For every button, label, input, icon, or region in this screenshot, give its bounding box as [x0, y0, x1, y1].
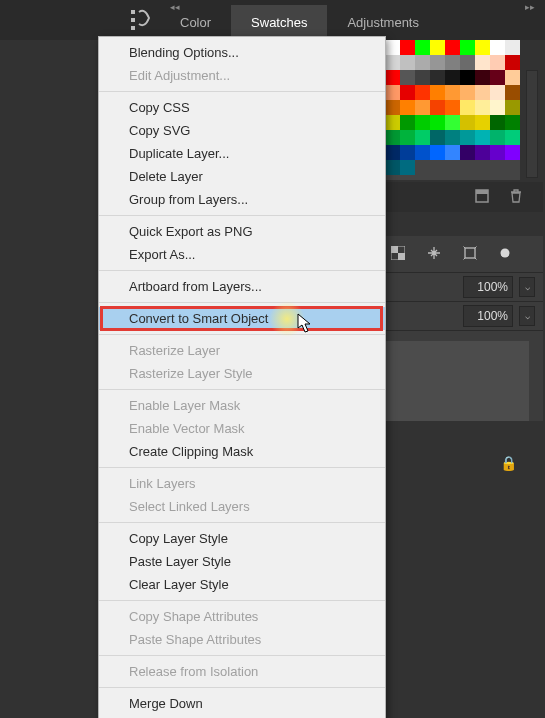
swatch[interactable] [505, 55, 520, 70]
menu-item[interactable]: Quick Export as PNG [99, 220, 385, 243]
swatch[interactable] [460, 145, 475, 160]
tab-swatches[interactable]: Swatches [231, 5, 327, 40]
swatch[interactable] [430, 55, 445, 70]
swatch[interactable] [385, 160, 400, 175]
swatch[interactable] [445, 40, 460, 55]
menu-item[interactable]: Convert to Smart Object [99, 307, 385, 330]
new-swatch-icon[interactable] [475, 189, 489, 206]
menu-item[interactable]: Merge Down [99, 692, 385, 715]
swatch[interactable] [460, 85, 475, 100]
lock-transparency-icon[interactable] [391, 246, 405, 263]
swatch[interactable] [430, 115, 445, 130]
swatch[interactable] [385, 145, 400, 160]
tab-adjustments[interactable]: Adjustments [327, 5, 439, 40]
swatch[interactable] [475, 130, 490, 145]
swatch[interactable] [490, 145, 505, 160]
swatch[interactable] [475, 100, 490, 115]
menu-item[interactable]: Group from Layers... [99, 188, 385, 211]
opacity-input[interactable] [463, 276, 513, 298]
swatch[interactable] [460, 115, 475, 130]
swatch[interactable] [385, 55, 400, 70]
lock-position-icon[interactable] [427, 246, 441, 263]
swatch[interactable] [415, 100, 430, 115]
swatch[interactable] [460, 100, 475, 115]
swatch[interactable] [505, 40, 520, 55]
swatch[interactable] [475, 85, 490, 100]
swatch[interactable] [385, 115, 400, 130]
swatch[interactable] [490, 55, 505, 70]
collapse-left-icon[interactable]: ◂◂ [170, 2, 180, 12]
swatch[interactable] [400, 130, 415, 145]
swatch[interactable] [505, 145, 520, 160]
swatch[interactable] [415, 70, 430, 85]
swatch[interactable] [430, 40, 445, 55]
swatch[interactable] [445, 145, 460, 160]
swatch[interactable] [475, 40, 490, 55]
collapse-right-icon[interactable]: ▸▸ [525, 2, 535, 12]
swatch[interactable] [400, 160, 415, 175]
swatch[interactable] [490, 115, 505, 130]
swatch[interactable] [460, 130, 475, 145]
swatches-scrollbar[interactable] [526, 70, 538, 178]
swatch[interactable] [460, 40, 475, 55]
swatch[interactable] [475, 145, 490, 160]
swatch[interactable] [445, 115, 460, 130]
swatch[interactable] [400, 100, 415, 115]
menu-item[interactable]: Export As... [99, 243, 385, 266]
swatch[interactable] [445, 85, 460, 100]
menu-item[interactable]: Blending Options... [99, 41, 385, 64]
swatch[interactable] [385, 70, 400, 85]
menu-item[interactable]: Copy Layer Style [99, 527, 385, 550]
swatch[interactable] [415, 115, 430, 130]
swatch[interactable] [430, 85, 445, 100]
swatch[interactable] [415, 130, 430, 145]
swatch[interactable] [505, 100, 520, 115]
swatch[interactable] [475, 55, 490, 70]
swatch[interactable] [400, 70, 415, 85]
swatch[interactable] [460, 55, 475, 70]
swatch[interactable] [505, 130, 520, 145]
menu-item[interactable]: Create Clipping Mask [99, 440, 385, 463]
swatch[interactable] [415, 40, 430, 55]
swatch[interactable] [415, 145, 430, 160]
swatch[interactable] [505, 70, 520, 85]
swatch[interactable] [385, 40, 400, 55]
swatch[interactable] [505, 85, 520, 100]
menu-item[interactable]: Paste Layer Style [99, 550, 385, 573]
menu-item[interactable]: Copy CSS [99, 96, 385, 119]
menu-item[interactable]: Clear Layer Style [99, 573, 385, 596]
swatch[interactable] [400, 115, 415, 130]
swatch[interactable] [490, 100, 505, 115]
swatch[interactable] [385, 130, 400, 145]
swatch[interactable] [385, 85, 400, 100]
swatch[interactable] [400, 40, 415, 55]
swatch[interactable] [415, 55, 430, 70]
opacity-dropdown[interactable]: ⌵ [519, 277, 535, 297]
trash-icon[interactable] [509, 189, 523, 206]
swatch[interactable] [490, 130, 505, 145]
swatch[interactable] [400, 55, 415, 70]
menu-item[interactable]: Copy SVG [99, 119, 385, 142]
menu-item[interactable]: Delete Layer [99, 165, 385, 188]
lock-misc-icon[interactable] [499, 247, 511, 262]
swatch[interactable] [430, 145, 445, 160]
menu-item[interactable]: Artboard from Layers... [99, 275, 385, 298]
swatch[interactable] [445, 55, 460, 70]
swatch[interactable] [490, 40, 505, 55]
swatch[interactable] [490, 85, 505, 100]
swatch[interactable] [430, 70, 445, 85]
swatch[interactable] [475, 115, 490, 130]
swatch[interactable] [430, 130, 445, 145]
swatch[interactable] [415, 85, 430, 100]
swatch[interactable] [490, 70, 505, 85]
swatch[interactable] [445, 100, 460, 115]
fill-dropdown[interactable]: ⌵ [519, 306, 535, 326]
swatch[interactable] [460, 70, 475, 85]
swatch[interactable] [505, 115, 520, 130]
fill-input[interactable] [463, 305, 513, 327]
swatch[interactable] [385, 100, 400, 115]
swatch[interactable] [430, 100, 445, 115]
swatch[interactable] [445, 70, 460, 85]
swatch[interactable] [475, 70, 490, 85]
menu-item[interactable]: Duplicate Layer... [99, 142, 385, 165]
